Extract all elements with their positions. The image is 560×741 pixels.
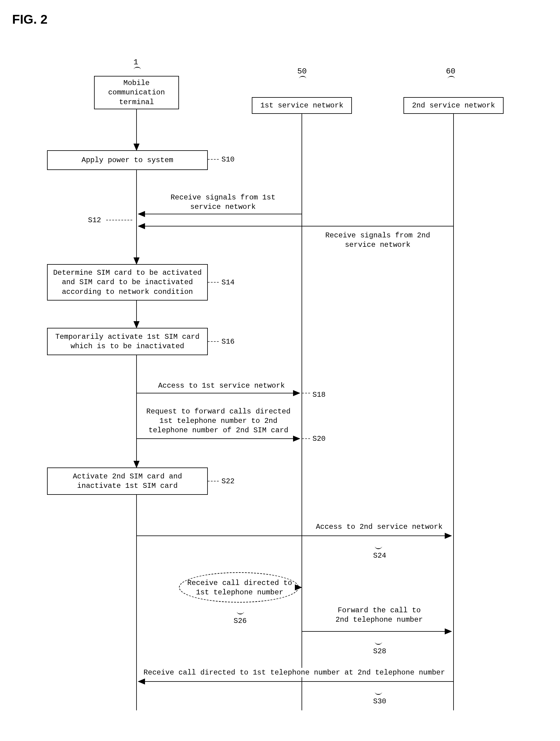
step-s22-tag: S22	[222, 477, 235, 486]
step-s16-tag: S16	[222, 337, 235, 346]
step-s24-tag: S24	[373, 551, 386, 560]
step-s24-text: Access to 2nd service network	[306, 522, 452, 532]
actor-terminal-label: Mobile communication terminal	[98, 78, 175, 107]
step-s26-tag: S26	[234, 616, 247, 626]
ref-net1: 50	[297, 67, 307, 76]
actor-net1: 1st service network	[252, 97, 352, 114]
bracket-icon: ⏜	[299, 76, 306, 85]
lifeline-net2	[453, 114, 454, 710]
step-s16-box: Temporarily activate 1st SIM card which …	[47, 328, 208, 355]
actor-net1-label: 1st service network	[260, 101, 343, 110]
step-s26-text: Receive call directed to 1st telephone n…	[185, 578, 294, 597]
bracket-icon: ⏝	[375, 686, 382, 695]
step-s12-tag: S12	[88, 215, 101, 225]
bracket-icon: ⏜	[134, 67, 141, 76]
ref-terminal: 1	[134, 58, 138, 67]
step-s12-text: Receive signals from 1st service network	[155, 193, 291, 212]
actor-terminal: Mobile communication terminal	[94, 76, 179, 109]
actor-net2-label: 2nd service network	[412, 101, 495, 110]
ref-net2: 60	[446, 67, 455, 76]
step-s14-tag: S14	[222, 278, 235, 287]
lifeline-terminal	[136, 109, 137, 710]
step-s20-text: Request to forward calls directed 1st te…	[143, 407, 294, 435]
step-s18-tag: S18	[312, 390, 325, 400]
step-s12-text2: Receive signals from 2nd service network	[311, 231, 445, 250]
step-s10-tag: S10	[222, 155, 235, 164]
step-s14-text: Determine SIM card to be activated and S…	[51, 268, 204, 296]
step-s20-tag: S20	[312, 434, 325, 444]
bracket-icon: ⏝	[375, 636, 382, 646]
bracket-icon: ⏝	[237, 606, 244, 615]
step-s22-box: Activate 2nd SIM card and inactivate 1st…	[47, 468, 208, 495]
figure-label: FIG. 2	[12, 12, 48, 27]
step-s22-text: Activate 2nd SIM card and inactivate 1st…	[51, 472, 204, 490]
step-s10-box: Apply power to system	[47, 150, 208, 170]
step-s16-text: Temporarily activate 1st SIM card which …	[51, 332, 204, 351]
step-s14-box: Determine SIM card to be activated and S…	[47, 264, 208, 300]
bracket-icon: ⏜	[448, 76, 455, 85]
bracket-icon: ⏝	[375, 540, 382, 550]
diagram-canvas: FIG. 2 1 ⏜ 50 ⏜ 60 ⏜ Mobile communicatio…	[12, 12, 548, 729]
step-s30-tag: S30	[373, 697, 386, 706]
step-s10-text: Apply power to system	[82, 155, 173, 165]
step-s30-text: Receive call directed to 1st telephone n…	[140, 668, 449, 677]
step-s18-text: Access to 1st service network	[149, 381, 294, 390]
arrows-layer	[12, 12, 548, 729]
step-s28-text: Forward the call to 2nd telephone number	[322, 606, 437, 624]
step-s28-tag: S28	[373, 647, 386, 656]
lifeline-net1	[302, 114, 302, 710]
actor-net2: 2nd service network	[403, 97, 503, 114]
